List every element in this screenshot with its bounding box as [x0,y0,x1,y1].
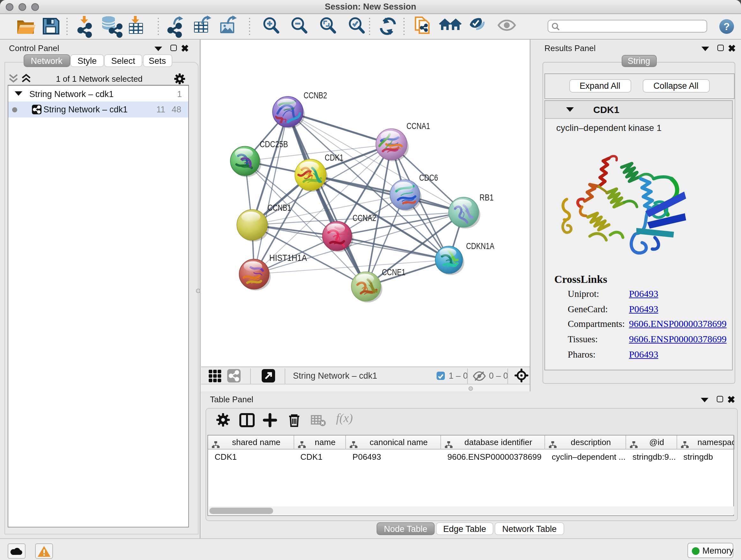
svg-text:CCNE1: CCNE1 [382,267,406,277]
svg-text:CDKN1A: CDKN1A [466,241,494,251]
svg-text:CCNA1: CCNA1 [407,121,430,131]
svg-text:CCNA2: CCNA2 [353,213,376,223]
svg-text:RB1: RB1 [480,193,494,202]
svg-text:CCNB1: CCNB1 [268,203,291,212]
svg-text:CCNB2: CCNB2 [304,91,327,100]
svg-text:CDK1: CDK1 [325,153,344,163]
svg-text:HIST1H1A: HIST1H1A [269,253,307,263]
svg-text:CDC25B: CDC25B [260,139,288,149]
svg-text:CDC6: CDC6 [419,173,438,183]
